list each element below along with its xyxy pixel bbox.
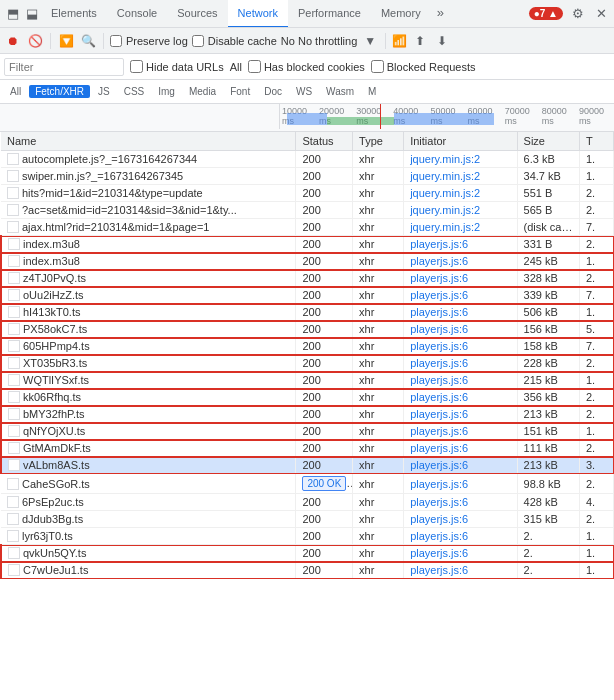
row-initiator[interactable]: playerjs.js:6 <box>404 389 517 406</box>
table-row[interactable]: vALbm8AS.ts200xhrplayerjs.js:6213 kB3. <box>1 457 614 474</box>
table-row[interactable]: kk06Rfhq.ts200xhrplayerjs.js:6356 kB2. <box>1 389 614 406</box>
row-initiator[interactable]: playerjs.js:6 <box>404 440 517 457</box>
initiator-link[interactable]: playerjs.js:6 <box>410 255 468 267</box>
row-initiator[interactable]: playerjs.js:6 <box>404 270 517 287</box>
initiator-link[interactable]: jquery.min.js:2 <box>410 221 480 233</box>
throttling-chevron[interactable]: ▼ <box>361 32 379 50</box>
type-pill-css[interactable]: CSS <box>118 85 151 98</box>
tab-elements[interactable]: Elements <box>41 0 107 28</box>
blocked-cookies-checkbox[interactable] <box>248 60 261 73</box>
row-initiator[interactable]: playerjs.js:6 <box>404 338 517 355</box>
tab-more[interactable]: » <box>431 0 450 28</box>
table-row[interactable]: lyr63jT0.ts200xhrplayerjs.js:62.1. <box>1 528 614 545</box>
row-initiator[interactable]: jquery.min.js:2 <box>404 185 517 202</box>
type-pill-font[interactable]: Font <box>224 85 256 98</box>
col-header-status[interactable]: Status <box>296 132 353 151</box>
table-row[interactable]: ?ac=set&mid=id=210314&sid=3&nid=1&ty...2… <box>1 202 614 219</box>
close-devtools-icon[interactable]: ✕ <box>593 5 610 22</box>
initiator-link[interactable]: jquery.min.js:2 <box>410 204 480 216</box>
row-initiator[interactable]: playerjs.js:6 <box>404 528 517 545</box>
blocked-requests-label[interactable]: Blocked Requests <box>371 60 476 73</box>
initiator-link[interactable]: jquery.min.js:2 <box>410 153 480 165</box>
row-initiator[interactable]: jquery.min.js:2 <box>404 202 517 219</box>
type-pill-doc[interactable]: Doc <box>258 85 288 98</box>
table-row[interactable]: z4TJ0PvQ.ts200xhrplayerjs.js:6328 kB2. <box>1 270 614 287</box>
table-row[interactable]: hI413kT0.ts200xhrplayerjs.js:6506 kB1. <box>1 304 614 321</box>
col-header-name[interactable]: Name <box>1 132 296 151</box>
table-row[interactable]: WQTlIYSxf.ts200xhrplayerjs.js:6215 kB1. <box>1 372 614 389</box>
network-table-container[interactable]: Name Status Type Initiator Size T autoco… <box>0 132 614 670</box>
filter-input[interactable] <box>4 58 124 76</box>
table-row[interactable]: oUu2iHzZ.ts200xhrplayerjs.js:6339 kB7. <box>1 287 614 304</box>
filter-icon-button[interactable]: 🔽 <box>57 32 75 50</box>
initiator-link[interactable]: playerjs.js:6 <box>410 323 468 335</box>
table-row[interactable]: 6PsEp2uc.ts200xhrplayerjs.js:6428 kB4. <box>1 494 614 511</box>
initiator-link[interactable]: playerjs.js:6 <box>410 238 468 250</box>
initiator-link[interactable]: jquery.min.js:2 <box>410 170 480 182</box>
initiator-link[interactable]: playerjs.js:6 <box>410 272 468 284</box>
row-initiator[interactable]: playerjs.js:6 <box>404 236 517 253</box>
initiator-link[interactable]: playerjs.js:6 <box>410 496 468 508</box>
row-initiator[interactable]: playerjs.js:6 <box>404 287 517 304</box>
tab-memory[interactable]: Memory <box>371 0 431 28</box>
initiator-link[interactable]: playerjs.js:6 <box>410 391 468 403</box>
hide-data-urls-label[interactable]: Hide data URLs <box>130 60 224 73</box>
type-pill-wasm[interactable]: Wasm <box>320 85 360 98</box>
row-initiator[interactable]: playerjs.js:6 <box>404 372 517 389</box>
clear-button[interactable]: 🚫 <box>26 32 44 50</box>
table-row[interactable]: qNfYOjXU.ts200xhrplayerjs.js:6151 kB1. <box>1 423 614 440</box>
row-initiator[interactable]: playerjs.js:6 <box>404 545 517 562</box>
row-initiator[interactable]: playerjs.js:6 <box>404 253 517 270</box>
type-pill-fetch-xhr[interactable]: Fetch/XHR <box>29 85 90 98</box>
dock-icon[interactable]: ⬒ <box>4 5 22 22</box>
row-initiator[interactable]: jquery.min.js:2 <box>404 168 517 185</box>
row-initiator[interactable]: playerjs.js:6 <box>404 321 517 338</box>
tab-console[interactable]: Console <box>107 0 167 28</box>
initiator-link[interactable]: playerjs.js:6 <box>410 513 468 525</box>
table-row[interactable]: swiper.min.js?_=1673164267345200xhrjquer… <box>1 168 614 185</box>
table-row[interactable]: GtMAmDkF.ts200xhrplayerjs.js:6111 kB2. <box>1 440 614 457</box>
initiator-link[interactable]: playerjs.js:6 <box>410 306 468 318</box>
type-pill-all[interactable]: All <box>4 85 27 98</box>
tab-network[interactable]: Network <box>228 0 288 28</box>
table-row[interactable]: PX58okC7.ts200xhrplayerjs.js:6156 kB5. <box>1 321 614 338</box>
disable-cache-checkbox[interactable] <box>192 35 204 47</box>
col-header-type[interactable]: Type <box>353 132 404 151</box>
row-initiator[interactable]: playerjs.js:6 <box>404 423 517 440</box>
blocked-cookies-label[interactable]: Has blocked cookies <box>248 60 365 73</box>
type-pill-js[interactable]: JS <box>92 85 116 98</box>
initiator-link[interactable]: playerjs.js:6 <box>410 547 468 559</box>
initiator-link[interactable]: playerjs.js:6 <box>410 425 468 437</box>
tab-sources[interactable]: Sources <box>167 0 227 28</box>
preserve-log-checkbox[interactable] <box>110 35 122 47</box>
table-row[interactable]: autocomplete.js?_=1673164267344200xhrjqu… <box>1 151 614 168</box>
row-initiator[interactable]: playerjs.js:6 <box>404 355 517 372</box>
upload-button[interactable]: ⬆ <box>411 32 429 50</box>
table-row[interactable]: index.m3u8200xhrplayerjs.js:6331 B2. <box>1 236 614 253</box>
initiator-link[interactable]: playerjs.js:6 <box>410 459 468 471</box>
initiator-link[interactable]: playerjs.js:6 <box>410 289 468 301</box>
initiator-link[interactable]: jquery.min.js:2 <box>410 187 480 199</box>
console-drawer-icon[interactable]: ⬓ <box>23 5 41 22</box>
initiator-link[interactable]: playerjs.js:6 <box>410 340 468 352</box>
initiator-link[interactable]: playerjs.js:6 <box>410 442 468 454</box>
row-initiator[interactable]: playerjs.js:6 <box>404 457 517 474</box>
row-initiator[interactable]: playerjs.js:6 <box>404 511 517 528</box>
col-header-time[interactable]: T <box>579 132 613 151</box>
table-row[interactable]: dJdub3Bg.ts200xhrplayerjs.js:6315 kB2. <box>1 511 614 528</box>
row-initiator[interactable]: playerjs.js:6 <box>404 406 517 423</box>
tab-performance[interactable]: Performance <box>288 0 371 28</box>
col-header-size[interactable]: Size <box>517 132 579 151</box>
initiator-link[interactable]: playerjs.js:6 <box>410 478 468 490</box>
table-row[interactable]: XT035bR3.ts200xhrplayerjs.js:6228 kB2. <box>1 355 614 372</box>
hide-data-urls-checkbox[interactable] <box>130 60 143 73</box>
type-pill-media[interactable]: Media <box>183 85 222 98</box>
row-initiator[interactable]: playerjs.js:6 <box>404 562 517 579</box>
row-initiator[interactable]: jquery.min.js:2 <box>404 219 517 236</box>
col-header-initiator[interactable]: Initiator <box>404 132 517 151</box>
row-initiator[interactable]: playerjs.js:6 <box>404 304 517 321</box>
table-row[interactable]: bMY32fhP.ts200xhrplayerjs.js:6213 kB2. <box>1 406 614 423</box>
initiator-link[interactable]: playerjs.js:6 <box>410 357 468 369</box>
type-pill-img[interactable]: Img <box>152 85 181 98</box>
record-button[interactable]: ⏺ <box>4 32 22 50</box>
